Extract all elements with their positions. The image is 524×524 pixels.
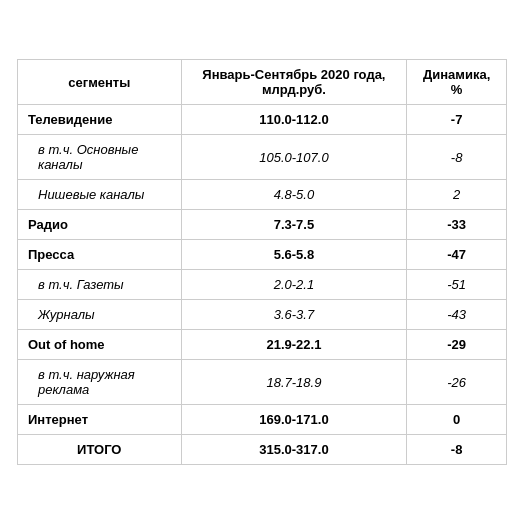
table-row: в т.ч. Основные каналы105.0-107.0-8 — [18, 135, 507, 180]
main-table: сегменты Январь-Сентябрь 2020 года, млрд… — [17, 59, 507, 465]
table-row: Интернет169.0-171.00 — [18, 405, 507, 435]
cell-dynamic: -8 — [407, 135, 507, 180]
header-value: Январь-Сентябрь 2020 года, млрд.руб. — [181, 60, 407, 105]
cell-dynamic: -29 — [407, 330, 507, 360]
cell-dynamic: -8 — [407, 435, 507, 465]
table-row: ИТОГО315.0-317.0-8 — [18, 435, 507, 465]
header-segment: сегменты — [18, 60, 182, 105]
cell-value: 3.6-3.7 — [181, 300, 407, 330]
cell-dynamic: -47 — [407, 240, 507, 270]
cell-segment: Пресса — [18, 240, 182, 270]
table-wrapper: сегменты Январь-Сентябрь 2020 года, млрд… — [17, 59, 507, 465]
table-row: в т.ч. Газеты2.0-2.1-51 — [18, 270, 507, 300]
cell-segment: в т.ч. наружная реклама — [18, 360, 182, 405]
cell-value: 315.0-317.0 — [181, 435, 407, 465]
cell-segment: Журналы — [18, 300, 182, 330]
cell-dynamic: -51 — [407, 270, 507, 300]
cell-value: 18.7-18.9 — [181, 360, 407, 405]
table-row: Пресса5.6-5.8-47 — [18, 240, 507, 270]
cell-dynamic: -7 — [407, 105, 507, 135]
cell-segment: Out of home — [18, 330, 182, 360]
cell-segment: в т.ч. Газеты — [18, 270, 182, 300]
cell-dynamic: -43 — [407, 300, 507, 330]
cell-dynamic: -26 — [407, 360, 507, 405]
cell-segment: Нишевые каналы — [18, 180, 182, 210]
cell-value: 2.0-2.1 — [181, 270, 407, 300]
cell-value: 21.9-22.1 — [181, 330, 407, 360]
cell-segment: ИТОГО — [18, 435, 182, 465]
cell-value: 110.0-112.0 — [181, 105, 407, 135]
table-row: Телевидение110.0-112.0-7 — [18, 105, 507, 135]
header-dynamic: Динамика, % — [407, 60, 507, 105]
cell-dynamic: -33 — [407, 210, 507, 240]
table-row: Журналы3.6-3.7-43 — [18, 300, 507, 330]
table-row: Нишевые каналы4.8-5.02 — [18, 180, 507, 210]
cell-value: 169.0-171.0 — [181, 405, 407, 435]
header-row: сегменты Январь-Сентябрь 2020 года, млрд… — [18, 60, 507, 105]
cell-value: 5.6-5.8 — [181, 240, 407, 270]
table-row: Out of home21.9-22.1-29 — [18, 330, 507, 360]
cell-dynamic: 0 — [407, 405, 507, 435]
cell-dynamic: 2 — [407, 180, 507, 210]
cell-segment: в т.ч. Основные каналы — [18, 135, 182, 180]
table-row: в т.ч. наружная реклама18.7-18.9-26 — [18, 360, 507, 405]
cell-value: 7.3-7.5 — [181, 210, 407, 240]
table-row: Радио7.3-7.5-33 — [18, 210, 507, 240]
cell-segment: Радио — [18, 210, 182, 240]
cell-segment: Интернет — [18, 405, 182, 435]
cell-value: 105.0-107.0 — [181, 135, 407, 180]
cell-value: 4.8-5.0 — [181, 180, 407, 210]
cell-segment: Телевидение — [18, 105, 182, 135]
